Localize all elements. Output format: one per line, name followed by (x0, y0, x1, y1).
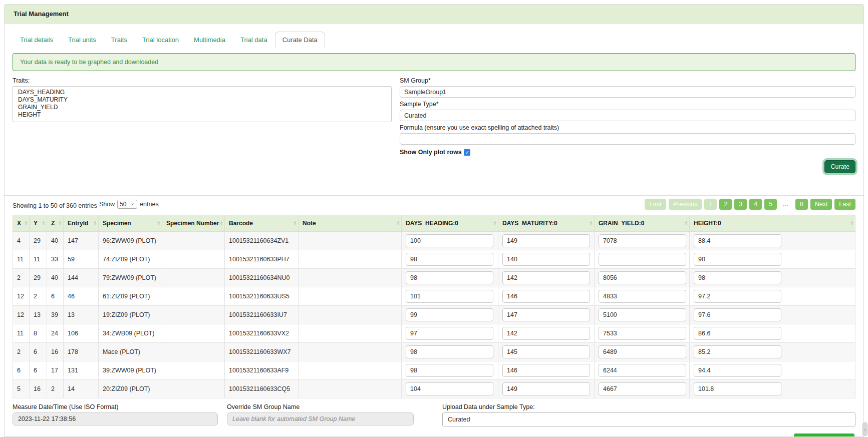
grain-yield-input[interactable] (599, 308, 686, 321)
tab-bar: Trial details Trial units Traits Trial l… (13, 32, 855, 48)
height-input[interactable] (694, 327, 781, 340)
days-heading-input[interactable] (406, 382, 493, 395)
days-maturity-input[interactable] (502, 364, 590, 377)
grain-yield-input[interactable] (599, 253, 686, 266)
tab[interactable]: Trial details (13, 32, 61, 48)
page-size-value: 50 (120, 201, 126, 208)
trait-option[interactable]: GRAIN_YIELD (13, 104, 391, 111)
column-header[interactable]: DAYS_MATURITY:0 ▲▼ (498, 215, 595, 232)
page-size-select[interactable]: 50 ⌄ (117, 200, 137, 209)
days-heading-input[interactable] (406, 234, 493, 247)
tab[interactable]: Trial units (61, 32, 104, 48)
column-header[interactable]: Y ▲▼ (30, 215, 47, 232)
tab[interactable]: Traits (104, 32, 135, 48)
days-heading-input[interactable] (406, 271, 493, 284)
cell-z: 2 (47, 380, 64, 398)
pagination-button[interactable]: 5 (764, 199, 777, 210)
days-maturity-input[interactable] (502, 308, 590, 321)
curate-form: Traits: DAYS_HEADING DAYS_MATURITY GRAIN… (13, 76, 855, 156)
cell-note (299, 250, 402, 269)
height-input[interactable] (694, 253, 781, 266)
column-header[interactable]: DAYS_HEADING:0 ▲▼ (402, 215, 498, 232)
column-header[interactable]: Note ▲▼ (299, 215, 402, 232)
tab[interactable]: Trial location (135, 32, 186, 48)
days-heading-input[interactable] (406, 253, 493, 266)
column-header[interactable]: Specimen Number ▲▼ (162, 215, 225, 232)
column-header[interactable]: Specimen ▲▼ (99, 215, 162, 232)
grain-yield-input[interactable] (599, 271, 686, 284)
days-heading-input[interactable] (406, 364, 493, 377)
height-input[interactable] (694, 382, 781, 395)
table-controls: Showing 1 to 50 of 360 entries Show 50 ⌄… (13, 199, 855, 210)
grain-yield-input[interactable] (599, 327, 686, 340)
table-row: 2 29 40 144 79:ZWW09 (PLOT) 100153211606… (13, 269, 855, 287)
days-maturity-input[interactable] (502, 253, 590, 266)
height-input[interactable] (694, 234, 781, 247)
tab[interactable]: Trial data (233, 32, 275, 48)
trait-option[interactable]: DAYS_MATURITY (13, 96, 391, 104)
cell-entry-id: 144 (64, 269, 99, 287)
height-input[interactable] (694, 271, 781, 284)
height-input[interactable] (694, 290, 781, 303)
curate-button-row: Curate (13, 160, 855, 173)
override-sm-group-label: Override SM Group Name (227, 403, 414, 411)
upload-sample-type-input[interactable] (442, 412, 855, 426)
tab[interactable]: Curate Data (275, 32, 325, 48)
height-input[interactable] (694, 364, 781, 377)
pagination-button[interactable]: First (645, 199, 666, 210)
column-header[interactable]: Z ▲▼ (47, 215, 64, 232)
pagination-button[interactable]: 1 (704, 199, 717, 210)
grain-yield-input[interactable] (599, 382, 686, 395)
grain-yield-input[interactable] (599, 234, 686, 247)
pagination-button[interactable]: 8 (795, 199, 808, 210)
pagination-button[interactable]: 2 (719, 199, 732, 210)
pagination-button[interactable]: 3 (734, 199, 747, 210)
height-input[interactable] (694, 308, 781, 321)
grain-yield-input[interactable] (599, 345, 686, 358)
pagination-button[interactable]: 4 (749, 199, 762, 210)
cell-specimen: 79:ZWW09 (PLOT) (99, 269, 162, 287)
sort-icon: ▲▼ (157, 221, 160, 226)
trait-option[interactable]: DAYS_HEADING (13, 89, 391, 96)
sm-group-input[interactable] (400, 86, 855, 98)
column-header[interactable]: Barcode ▲▼ (225, 215, 299, 232)
pagination-button[interactable]: Next (810, 199, 832, 210)
days-maturity-input[interactable] (502, 327, 590, 340)
scroll-up-button[interactable]: ▲ (862, 422, 867, 436)
tab[interactable]: Multimedia (186, 32, 233, 48)
show-plot-rows-checkbox[interactable] (464, 149, 470, 156)
cell-barcode: 10015321160633CQ5 (225, 380, 299, 398)
height-input[interactable] (694, 345, 781, 358)
cell-specimen-number (162, 324, 225, 343)
curate-button[interactable]: Curate (824, 160, 855, 173)
traits-listbox[interactable]: DAYS_HEADING DAYS_MATURITY GRAIN_YIELD H… (13, 86, 392, 122)
days-maturity-input[interactable] (502, 290, 590, 303)
days-heading-input[interactable] (406, 327, 493, 340)
measure-date-input[interactable] (13, 412, 218, 425)
pagination-button[interactable]: … (779, 199, 793, 210)
days-heading-input[interactable] (406, 290, 493, 303)
column-header[interactable]: EntryId ▲▼ (64, 215, 99, 232)
measure-date-label: Measure Date/Time (Use ISO Format) (13, 403, 218, 411)
override-sm-group-input[interactable] (227, 412, 414, 425)
pagination-button[interactable]: Previous (669, 199, 702, 210)
column-header[interactable]: HEIGHT:0 ▲▼ (690, 215, 855, 232)
days-heading-input[interactable] (406, 345, 493, 358)
cell-y: 13 (30, 306, 47, 324)
show-plot-rows-row: Show Only plot rows (400, 149, 855, 156)
days-maturity-input[interactable] (502, 234, 590, 247)
pagination-button[interactable]: Last (834, 199, 855, 210)
trait-option[interactable]: HEIGHT (13, 111, 391, 119)
days-maturity-input[interactable] (502, 382, 590, 395)
grain-yield-input[interactable] (599, 364, 686, 377)
grain-yield-input[interactable] (599, 290, 686, 303)
cell-barcode: 10015321160633AF9 (225, 361, 299, 380)
days-maturity-input[interactable] (502, 345, 590, 358)
column-header[interactable]: X ▲▼ (13, 215, 30, 232)
upload-trial-data-button[interactable]: Upload Trial Data (794, 433, 854, 437)
column-header[interactable]: GRAIN_YIELD:0 ▲▼ (595, 215, 690, 232)
days-heading-input[interactable] (406, 308, 493, 321)
formula-input[interactable] (400, 133, 855, 145)
days-maturity-input[interactable] (502, 271, 590, 284)
sample-type-input[interactable] (400, 110, 855, 121)
